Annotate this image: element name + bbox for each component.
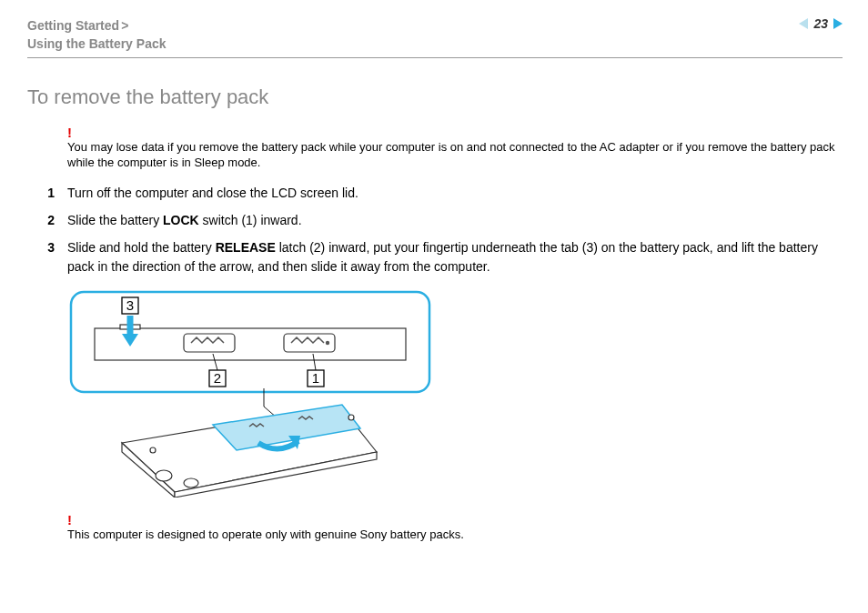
warning-top: ! You may lose data if you remove the ba… — [67, 126, 843, 171]
svg-point-17 — [348, 415, 354, 420]
svg-point-5 — [326, 341, 329, 345]
laptop-underside — [122, 405, 377, 497]
breadcrumb-separator: > — [121, 18, 128, 33]
step-1: Turn off the computer and close the LCD … — [67, 184, 843, 202]
battery-diagram: RELEASE LOCK 3 2 1 — [67, 290, 843, 500]
breadcrumb: Getting Started> Using the Battery Pack — [27, 16, 167, 54]
page-navigation: 23 — [799, 16, 843, 31]
callout-1: 1 — [312, 370, 319, 386]
warning-text: This computer is designed to operate onl… — [67, 528, 464, 541]
svg-rect-1 — [95, 328, 406, 360]
warning-bottom: ! This computer is designed to operate o… — [67, 513, 843, 543]
callout-3: 3 — [126, 297, 134, 313]
breadcrumb-page: Using the Battery Pack — [27, 36, 167, 51]
breadcrumb-section: Getting Started — [27, 18, 119, 33]
prev-page-icon[interactable] — [799, 18, 808, 29]
warning-icon: ! — [67, 126, 843, 139]
svg-point-15 — [184, 478, 198, 487]
page-title: To remove the battery pack — [27, 85, 843, 109]
warning-text: You may lose data if you remove the batt… — [67, 140, 835, 170]
svg-point-16 — [150, 447, 156, 453]
next-page-icon[interactable] — [833, 18, 843, 29]
svg-point-14 — [156, 470, 172, 481]
warning-icon: ! — [67, 513, 843, 527]
callout-2: 2 — [214, 370, 221, 386]
step-list: Turn off the computer and close the LCD … — [67, 184, 843, 276]
page-header: Getting Started> Using the Battery Pack … — [27, 16, 843, 58]
page-number: 23 — [813, 16, 828, 31]
step-3: Slide and hold the battery RELEASE latch… — [67, 238, 843, 276]
step-2: Slide the battery LOCK switch (1) inward… — [67, 211, 843, 229]
